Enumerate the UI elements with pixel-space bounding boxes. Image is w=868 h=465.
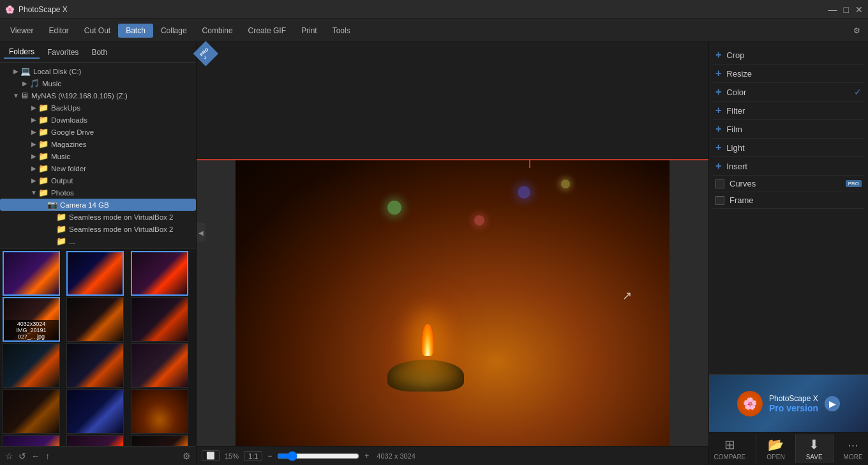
thumbnail-grid: 4032x3024IMG_20191027_....jpg (0, 248, 196, 446)
tree-item-backups[interactable]: ▶ 📁 BackUps (0, 102, 196, 114)
thumb-item[interactable]: 4032x3024IMG_20191027_....jpg (3, 297, 60, 342)
image-dimensions: 4032 x 3024 (377, 452, 415, 460)
checkbox-frame[interactable] (715, 196, 724, 205)
folder-icon: 📁 (56, 236, 66, 246)
compare-icon: ⊞ (724, 437, 735, 452)
up-icon[interactable]: ↑ (45, 451, 50, 461)
tree-item-output[interactable]: ▶ 📁 Output (0, 174, 196, 187)
thumb-item[interactable] (3, 435, 60, 446)
compare-button[interactable]: ⊞ COMPARE (703, 434, 756, 463)
menu-viewer[interactable]: Viewer (3, 24, 41, 38)
tool-label: Color (726, 88, 854, 97)
image-background (236, 160, 670, 446)
tool-insert[interactable]: + Insert (713, 157, 864, 176)
tree-label: Google Drive (51, 128, 94, 136)
main-area: Folders Favorites Both ▶ 💻 Local Disk (C… (0, 42, 868, 465)
plus-icon: + (715, 160, 721, 172)
menu-tools[interactable]: Tools (325, 24, 358, 38)
thumb-item[interactable] (3, 389, 60, 434)
tree-item-mynas[interactable]: ▼ 🖥 MyNAS (\\192.168.0.105) (Z:) (0, 89, 196, 102)
zoom-percent-label: 15% (225, 452, 239, 460)
thumb-item[interactable] (66, 251, 124, 296)
tool-color[interactable]: + Color ✓ (713, 83, 864, 102)
settings-icon[interactable]: ⚙ (183, 451, 191, 461)
tree-item-music-nas[interactable]: ▶ 📁 Music (0, 150, 196, 162)
thumb-item[interactable] (3, 251, 60, 296)
tree-item-newfolder[interactable]: ▶ 📁 New folder (0, 162, 196, 174)
menu-combine[interactable]: Combine (195, 24, 241, 38)
thumb-item[interactable] (3, 343, 60, 388)
tool-film[interactable]: + Film (713, 120, 864, 139)
tool-label: Frame (730, 195, 862, 205)
promo-arrow-button[interactable]: ▶ (825, 396, 840, 411)
sidebar-action-icons: ☆ ↺ ← ↑ (5, 451, 50, 461)
refresh-icon[interactable]: ↺ (19, 451, 26, 461)
tool-resize[interactable]: + Resize (713, 65, 864, 83)
thumb-item[interactable] (131, 297, 188, 342)
tool-label: Curves (730, 179, 843, 188)
tree-item-seamless2[interactable]: 📁 Seamless mode on VirtualBox 2 (0, 223, 196, 235)
candle-scene (236, 160, 670, 446)
checkbox-curves[interactable] (715, 179, 724, 188)
thumb-item[interactable] (66, 343, 124, 388)
minimize-button[interactable]: — (828, 4, 837, 15)
promo-logo: 🌸 (737, 391, 763, 416)
tool-crop[interactable]: + Crop (713, 46, 864, 65)
back-icon[interactable]: ← (31, 451, 40, 461)
tree-item-magazines[interactable]: ▶ 📁 Magazines (0, 138, 196, 150)
more-button[interactable]: ··· MORE (834, 435, 868, 463)
thumb-item[interactable] (131, 435, 188, 446)
main-image-view[interactable]: ↗ (197, 160, 708, 446)
menu-cutout[interactable]: Cut Out (77, 24, 118, 38)
star-icon[interactable]: ☆ (5, 451, 13, 461)
folder-icon: 📁 (38, 176, 49, 185)
thumb-label: 4032x3024IMG_20191027_....jpg (4, 320, 59, 340)
tree-item-localdisk[interactable]: ▶ 💻 Local Disk (C:) (0, 65, 196, 77)
tree-item-more[interactable]: 📁 ... (0, 235, 196, 247)
thumb-item[interactable] (66, 297, 124, 342)
save-button[interactable]: ⬇ SAVE (796, 434, 834, 463)
window-controls[interactable]: — □ ✕ (828, 4, 863, 15)
tree-item-photos[interactable]: ▼ 📁 Photos (0, 187, 196, 199)
tree-item-music-c[interactable]: ▶ 🎵 Music (0, 77, 196, 89)
folder-icon: 📁 (38, 115, 49, 125)
open-button[interactable]: 📂 OPEN (756, 434, 795, 463)
tool-frame[interactable]: Frame (713, 192, 864, 209)
tree-label: Local Disk (C:) (33, 68, 81, 75)
tree-item-camera14gb[interactable]: 📷 Camera 14 GB (0, 199, 196, 211)
collapse-sidebar-button[interactable]: ◀ (197, 223, 206, 242)
maximize-button[interactable]: □ (844, 4, 849, 15)
tool-curves[interactable]: Curves PRO (713, 176, 864, 192)
tool-filter[interactable]: + Filter (713, 102, 864, 120)
right-panel: + Crop + Resize + Color ✓ + Filter + Fil… (708, 42, 868, 465)
thumb-item[interactable] (131, 251, 188, 296)
tree-item-googledrive[interactable]: ▶ 📁 Google Drive (0, 126, 196, 138)
nas-icon: 🖥 (20, 91, 29, 100)
tab-folders[interactable]: Folders (4, 46, 40, 59)
settings-button[interactable]: ⚙ (848, 24, 865, 38)
zoom-ratio-button[interactable]: 1:1 (244, 451, 262, 461)
open-label: OPEN (767, 454, 784, 461)
tab-both[interactable]: Both (86, 47, 112, 58)
tree-item-seamless1[interactable]: 📁 Seamless mode on VirtualBox 2 (0, 211, 196, 223)
tool-light[interactable]: + Light (713, 139, 864, 157)
menu-print[interactable]: Print (294, 24, 325, 38)
thumb-item[interactable] (66, 435, 124, 446)
square-view-button[interactable]: ⬜ (202, 450, 220, 461)
zoom-slider[interactable] (277, 451, 359, 461)
menu-batch[interactable]: Batch (118, 24, 153, 38)
tree-item-downloads[interactable]: ▶ 📁 Downloads (0, 114, 196, 126)
promo-title: PhotoScape X (769, 394, 818, 403)
menu-editor[interactable]: Editor (41, 24, 76, 38)
thumb-item[interactable] (131, 389, 188, 434)
menu-creategif[interactable]: Create GIF (241, 24, 294, 38)
tree-label: Music (42, 80, 61, 88)
tree-label: BackUps (51, 104, 80, 112)
thumb-item[interactable] (66, 389, 124, 434)
image-controls-bar: ⬜ 15% 1:1 − + 4032 x 3024 (197, 446, 708, 465)
arrow-icon: ▶ (29, 141, 38, 148)
tab-favorites[interactable]: Favorites (42, 47, 84, 58)
menu-collage[interactable]: Collage (153, 24, 195, 38)
thumb-item[interactable] (131, 343, 188, 388)
close-button[interactable]: ✕ (855, 4, 863, 15)
